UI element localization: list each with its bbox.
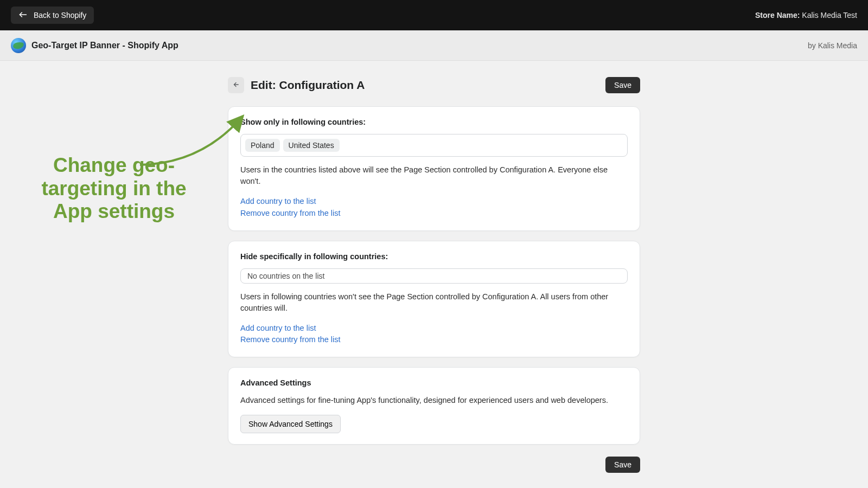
hide-countries-empty-label: No countries on the list <box>247 272 324 280</box>
page-title: Edit: Configuration A <box>251 79 365 92</box>
show-countries-card: Show only in following countries: Poland… <box>228 106 640 231</box>
topbar: Back to Shopify Store Name: Kalis Media … <box>0 0 868 30</box>
store-name-value: Kalis Media Test <box>802 11 857 20</box>
advanced-settings-heading: Advanced Settings <box>240 378 628 387</box>
app-title: Geo-Target IP Banner - Shopify App <box>31 41 178 50</box>
hide-countries-card: Hide specifically in following countries… <box>228 241 640 358</box>
page-title-row: Edit: Configuration A Save <box>228 77 640 93</box>
arrow-left-icon <box>18 11 27 20</box>
store-name-label: Store Name: <box>755 11 800 20</box>
annotation-text: Change geo-targeting in the App settings <box>22 154 206 223</box>
back-to-shopify-label: Back to Shopify <box>34 11 86 20</box>
add-country-link[interactable]: Add country to the list <box>240 323 628 335</box>
country-tag[interactable]: Poland <box>245 139 280 152</box>
advanced-settings-card: Advanced Settings Advanced settings for … <box>228 367 640 445</box>
advanced-settings-description: Advanced settings for fine-tuning App's … <box>240 395 628 406</box>
back-to-shopify-button[interactable]: Back to Shopify <box>11 7 94 24</box>
store-name: Store Name: Kalis Media Test <box>755 11 857 20</box>
hide-countries-input[interactable]: No countries on the list <box>240 268 628 284</box>
content: Edit: Configuration A Save Show only in … <box>228 61 640 473</box>
main: Change geo-targeting in the App settings… <box>0 61 868 488</box>
save-button-bottom[interactable]: Save <box>605 457 640 473</box>
show-countries-input[interactable]: Poland United States <box>240 134 628 157</box>
remove-country-link[interactable]: Remove country from the list <box>240 208 628 220</box>
save-button-top[interactable]: Save <box>605 77 640 93</box>
app-header: Geo-Target IP Banner - Shopify App by Ka… <box>0 30 868 61</box>
show-countries-description: Users in the countries listed above will… <box>240 164 628 187</box>
app-author: by Kalis Media <box>808 41 857 50</box>
show-countries-heading: Show only in following countries: <box>240 118 628 126</box>
country-tag[interactable]: United States <box>283 139 340 152</box>
hide-countries-heading: Hide specifically in following countries… <box>240 252 628 261</box>
hide-countries-description: Users in following countries won't see t… <box>240 291 628 314</box>
page-back-button[interactable] <box>228 77 244 93</box>
show-advanced-settings-button[interactable]: Show Advanced Settings <box>240 415 341 433</box>
add-country-link[interactable]: Add country to the list <box>240 196 628 208</box>
footer-save-row: Save <box>228 454 640 473</box>
globe-icon <box>11 38 26 53</box>
remove-country-link[interactable]: Remove country from the list <box>240 334 628 346</box>
arrow-left-icon <box>232 81 240 90</box>
